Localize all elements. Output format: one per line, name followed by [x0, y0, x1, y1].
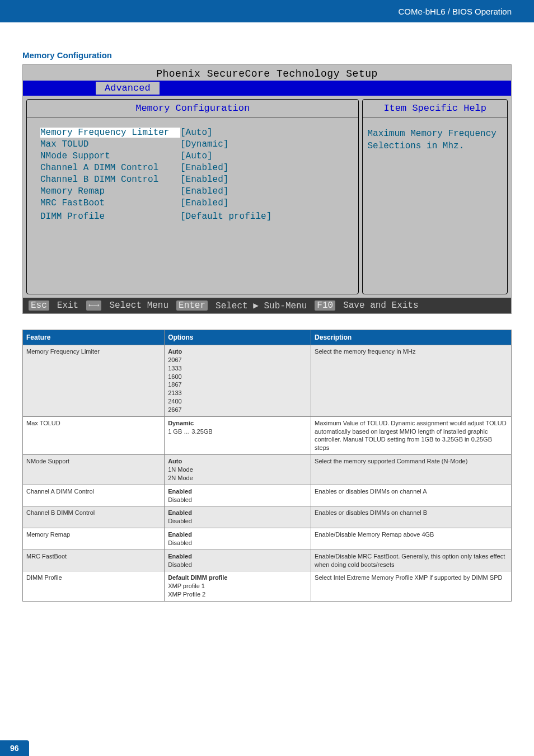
- bios-setting-value: [Enabled]: [180, 163, 228, 173]
- th-options: Options: [165, 330, 311, 345]
- bios-right-title: Item Specific Help: [363, 100, 507, 118]
- bios-setting-row[interactable]: MRC FastBoot[Enabled]: [40, 198, 355, 208]
- option-value: 1867: [168, 381, 307, 389]
- cell-description: Enable/Disable MRC FastBoot. Generally, …: [311, 550, 512, 571]
- cell-options: Default DIMM profileXMP profile 1XMP Pro…: [165, 571, 311, 602]
- option-value: Disabled: [168, 561, 307, 569]
- bios-footer: Esc Exit ←→ Select Menu Enter Select ▶ S…: [23, 298, 511, 313]
- bios-help-pane: Item Specific Help Maximum Memory Freque…: [362, 99, 508, 294]
- bios-setting-label: MRC FastBoot: [40, 198, 180, 208]
- cell-description: Maximum Value of TOLUD. Dynamic assignme…: [311, 416, 512, 454]
- table-row: Max TOLUDDynamic1 GB … 3.25GBMaximum Val…: [23, 416, 512, 454]
- feature-table: Feature Options Description Memory Frequ…: [22, 330, 512, 602]
- option-value: 1 GB … 3.25GB: [168, 428, 307, 436]
- option-value: 2067: [168, 356, 307, 364]
- cell-description: Enables or disables DIMMs on channel A: [311, 485, 512, 506]
- bios-setting-label: Memory Remap: [40, 186, 180, 196]
- cell-options: EnabledDisabled: [165, 550, 311, 571]
- bios-setting-label: Memory Frequency Limiter: [40, 128, 180, 138]
- cell-feature: Channel B DIMM Control: [23, 506, 165, 528]
- cell-feature: Max TOLUD: [23, 416, 165, 454]
- page-content: Memory Configuration Phoenix SecureCore …: [0, 22, 534, 602]
- page-number: 96: [0, 740, 29, 756]
- bios-setting-row[interactable]: NMode Support[Auto]: [40, 151, 355, 161]
- option-value: Enabled: [168, 509, 307, 517]
- bios-title: Phoenix SecureCore Technology Setup: [23, 65, 511, 81]
- bios-setting-row[interactable]: Memory Frequency Limiter[Auto]: [40, 128, 355, 138]
- bios-setting-value: [Enabled]: [180, 175, 228, 185]
- cell-options: EnabledDisabled: [165, 506, 311, 528]
- bios-setting-label: Max TOLUD: [40, 139, 180, 149]
- cell-options: EnabledDisabled: [165, 528, 311, 550]
- section-title: Memory Configuration: [22, 50, 512, 60]
- bios-help-text: Maximum Memory Frequency Selections in M…: [363, 118, 507, 163]
- option-value: Enabled: [168, 487, 307, 496]
- cell-feature: NMode Support: [23, 455, 165, 485]
- cell-description: Enable/Disable Memory Remap above 4GB: [311, 528, 512, 550]
- bios-left-title: Memory Configuration: [27, 100, 358, 118]
- bios-setting-label: Channel A DIMM Control: [40, 163, 180, 173]
- cell-feature: DIMM Profile: [23, 571, 165, 602]
- bios-setting-value: [Default profile]: [180, 212, 271, 222]
- cell-description: Enables or disables DIMMs on channel B: [311, 506, 512, 528]
- cell-options: Auto1N Mode2N Mode: [165, 455, 311, 485]
- option-value: 1600: [168, 373, 307, 381]
- bios-setting-row[interactable]: Channel B DIMM Control[Enabled]: [40, 175, 355, 185]
- bios-setting-row[interactable]: Max TOLUD[Dynamic]: [40, 139, 355, 149]
- cell-description: Select the memory supported Command Rate…: [311, 455, 512, 485]
- table-row: Channel A DIMM ControlEnabledDisabledEna…: [23, 485, 512, 506]
- cell-feature: Memory Remap: [23, 528, 165, 550]
- cell-feature: Memory Frequency Limiter: [23, 345, 165, 417]
- option-value: Enabled: [168, 530, 307, 539]
- bios-setting-value: [Auto]: [180, 128, 213, 138]
- table-row: Channel B DIMM ControlEnabledDisabledEna…: [23, 506, 512, 528]
- doc-header: COMe-bHL6 / BIOS Operation: [0, 0, 534, 22]
- th-description: Description: [311, 330, 512, 345]
- cell-options: EnabledDisabled: [165, 485, 311, 506]
- bios-setting-row[interactable]: DIMM Profile[Default profile]: [40, 212, 355, 222]
- th-feature: Feature: [23, 330, 165, 345]
- option-value: Default DIMM profile: [168, 574, 307, 582]
- cell-options: Auto2067133316001867213324002667: [165, 345, 311, 417]
- bios-setting-value: [Dynamic]: [180, 139, 228, 149]
- action-sub-menu: Select ▶ Sub-Menu: [216, 300, 307, 311]
- table-row: Memory Frequency LimiterAuto206713331600…: [23, 345, 512, 417]
- bios-menubar: Advanced: [23, 81, 511, 96]
- action-exit: Exit: [57, 300, 78, 311]
- table-row: MRC FastBootEnabledDisabledEnable/Disabl…: [23, 550, 512, 571]
- cell-feature: MRC FastBoot: [23, 550, 165, 571]
- action-select-menu: Select Menu: [109, 300, 168, 311]
- bios-tab-advanced[interactable]: Advanced: [96, 82, 160, 95]
- bios-setup-screenshot: Phoenix SecureCore Technology Setup Adva…: [22, 64, 512, 314]
- breadcrumb: COMe-bHL6 / BIOS Operation: [398, 7, 512, 16]
- option-value: Disabled: [168, 539, 307, 547]
- option-value: Enabled: [168, 552, 307, 561]
- cell-options: Dynamic1 GB … 3.25GB: [165, 416, 311, 454]
- action-save: Save and Exits: [343, 300, 418, 311]
- table-row: NMode SupportAuto1N Mode2N ModeSelect th…: [23, 455, 512, 485]
- bios-setting-label: NMode Support: [40, 151, 180, 161]
- option-value: 2N Mode: [168, 474, 307, 482]
- bios-setting-value: [Auto]: [180, 151, 213, 161]
- cell-feature: Channel A DIMM Control: [23, 485, 165, 506]
- bios-setting-row[interactable]: Memory Remap[Enabled]: [40, 186, 355, 196]
- option-value: Auto: [168, 348, 307, 356]
- option-value: 1333: [168, 364, 307, 373]
- option-value: Dynamic: [168, 419, 307, 428]
- bios-setting-label: Channel B DIMM Control: [40, 175, 180, 185]
- key-arrows[interactable]: ←→: [86, 300, 101, 311]
- bios-setting-value: [Enabled]: [180, 198, 228, 208]
- option-value: 2133: [168, 389, 307, 397]
- bios-setting-value: [Enabled]: [180, 186, 228, 196]
- option-value: XMP Profile 2: [168, 590, 307, 599]
- option-value: 2400: [168, 397, 307, 406]
- bios-left-pane: Memory Configuration Memory Frequency Li…: [26, 99, 359, 294]
- key-enter[interactable]: Enter: [176, 300, 208, 311]
- option-value: 1N Mode: [168, 466, 307, 474]
- key-f10[interactable]: F10: [315, 300, 335, 311]
- key-esc[interactable]: Esc: [29, 300, 49, 311]
- bios-setting-row[interactable]: Channel A DIMM Control[Enabled]: [40, 163, 355, 173]
- option-value: XMP profile 1: [168, 582, 307, 590]
- cell-description: Select the memory frequency in MHz: [311, 345, 512, 417]
- option-value: Auto: [168, 457, 307, 466]
